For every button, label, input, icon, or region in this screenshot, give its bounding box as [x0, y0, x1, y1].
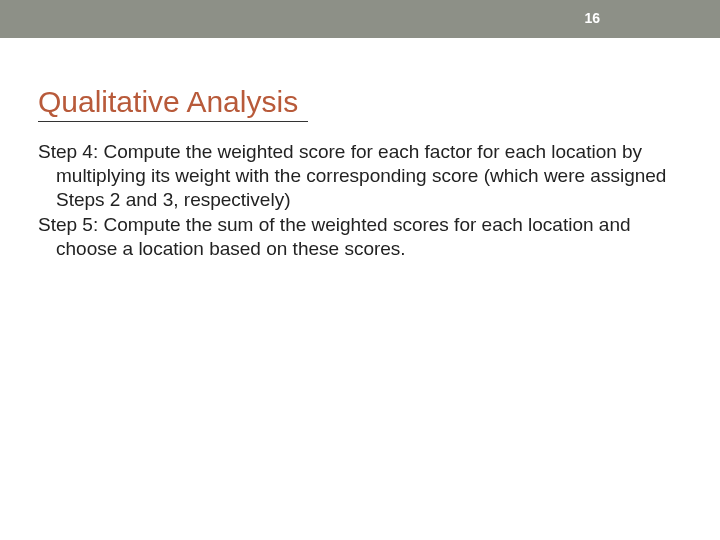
slide-title: Qualitative Analysis: [38, 85, 308, 122]
page-number: 16: [584, 10, 600, 26]
step-4-text: Step 4: Compute the weighted score for e…: [38, 140, 678, 211]
header-bar: 16: [0, 0, 720, 38]
slide-body: Step 4: Compute the weighted score for e…: [38, 140, 678, 263]
slide: 16 Qualitative Analysis Step 4: Compute …: [0, 0, 720, 540]
step-5-text: Step 5: Compute the sum of the weighted …: [38, 213, 678, 261]
